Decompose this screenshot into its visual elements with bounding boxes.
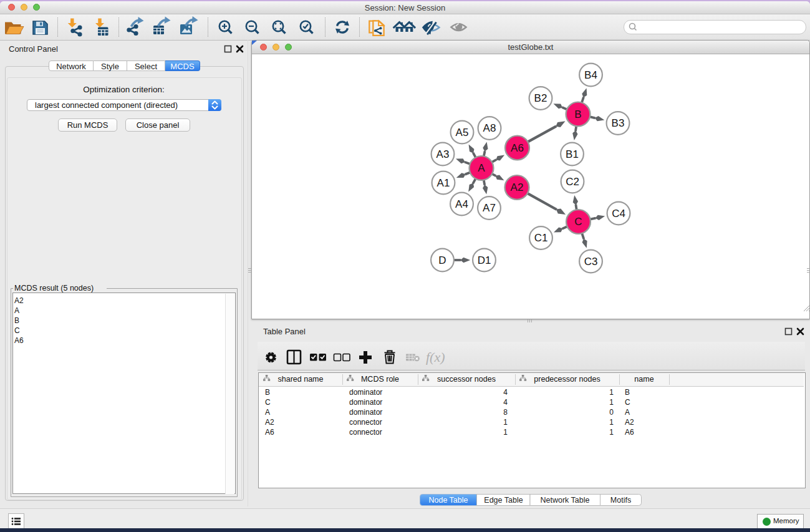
svg-text:f(x): f(x) — [426, 349, 445, 365]
svg-text:Network Table: Network Table — [541, 496, 590, 505]
svg-text:Node Table: Node Table — [428, 496, 468, 505]
svg-text:Motifs: Motifs — [610, 496, 631, 505]
svg-text:Edge Table: Edge Table — [484, 496, 523, 505]
